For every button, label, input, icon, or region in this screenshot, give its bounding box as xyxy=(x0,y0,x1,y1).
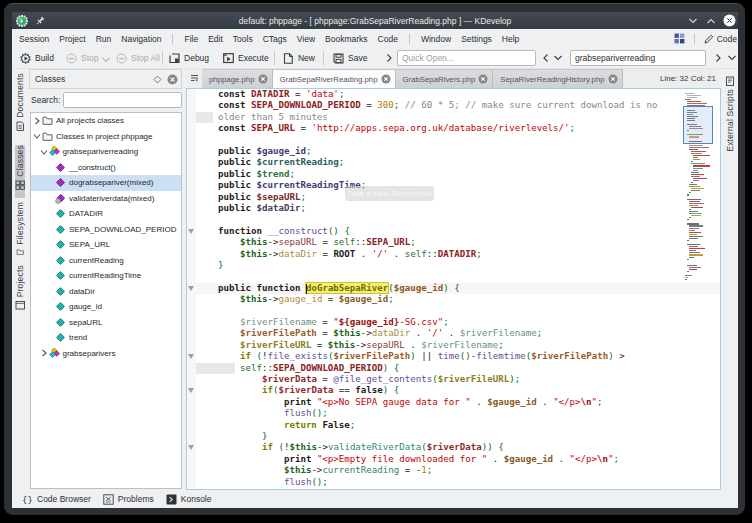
projects-icon xyxy=(15,300,25,310)
tree-item-gauge_id[interactable]: gauge_id xyxy=(31,299,181,315)
tree-item-currentreadingtime[interactable]: currentReadingTime xyxy=(31,268,181,284)
minimap-line xyxy=(687,240,689,241)
maximize-button[interactable] xyxy=(704,14,718,28)
toolview-button-konsole[interactable]: Konsole xyxy=(166,494,212,505)
tree-item-currentreading[interactable]: currentReading xyxy=(31,253,181,269)
menu-run[interactable]: Run xyxy=(91,34,117,44)
tooltip-text: Take a New Screenshot xyxy=(347,189,432,198)
menu-view[interactable]: View xyxy=(292,34,320,44)
menu-ctags[interactable]: CTags xyxy=(258,34,292,44)
tree-expander[interactable] xyxy=(33,117,42,125)
tab-grabsepariverreading.php[interactable]: GrabSepaRiverReading.php xyxy=(273,69,396,88)
dock-tab-projects[interactable]: Projects xyxy=(15,265,25,312)
tab-grabseparivers.php[interactable]: GrabSepaRivers.php xyxy=(396,69,494,88)
menu-code[interactable]: Code xyxy=(373,34,403,44)
fold-marker[interactable] xyxy=(188,388,194,393)
tree-item-label: trend xyxy=(69,333,87,342)
tab-separiverreadinghistory.php[interactable]: SepaRiverReadingHistory.php xyxy=(493,69,622,88)
minimap-line xyxy=(689,184,697,185)
tree-expander[interactable] xyxy=(33,132,42,140)
toolbar-chevron-right-icon[interactable] xyxy=(713,53,723,63)
tab-close-icon[interactable] xyxy=(478,74,488,84)
fold-marker[interactable] xyxy=(188,445,194,450)
execute-button[interactable]: Execute xyxy=(223,48,269,68)
menu-bookmarks[interactable]: Bookmarks xyxy=(320,34,373,44)
code-line: public $trend; xyxy=(196,169,720,180)
float-icon[interactable] xyxy=(153,75,162,84)
titlebar[interactable]: default: phppage - [ phppage:GrabSepaRiv… xyxy=(12,12,738,29)
area-switcher-icon[interactable] xyxy=(674,33,685,44)
build-button[interactable]: Build xyxy=(20,48,54,68)
stop-all-button[interactable]: Stop All xyxy=(116,48,160,68)
menu-help[interactable]: Help xyxy=(497,34,524,44)
tree-item-classes-in-project-phppage[interactable]: Classes in project phppage xyxy=(31,129,181,145)
chevron-down-icon xyxy=(727,53,737,63)
dock-tab-documents[interactable]: Documents xyxy=(15,73,25,131)
fold-marker[interactable] xyxy=(188,229,194,234)
menu-session[interactable]: Session xyxy=(14,34,54,44)
tree-item-trend[interactable]: trend xyxy=(31,330,181,346)
stop-button[interactable]: Stop xyxy=(66,48,111,68)
tree-item-sepa_download_period[interactable]: SEPA_DOWNLOAD_PERIOD xyxy=(31,222,181,238)
search-input[interactable]: grabsepariverreading xyxy=(570,50,706,66)
minimap-scrollbar[interactable] xyxy=(684,89,720,489)
search-row: Search: xyxy=(28,89,186,111)
tabbar: phppage.phpGrabSepaRiverReading.phpGrabS… xyxy=(186,69,721,88)
toolbar-chevron-down-icon[interactable] xyxy=(553,53,563,63)
tab-close-icon[interactable] xyxy=(258,74,268,84)
toolbar-chevron-right-icon[interactable] xyxy=(384,53,394,63)
tree-expander[interactable] xyxy=(40,148,49,156)
chevron-right-icon xyxy=(713,53,723,63)
class-search-input[interactable] xyxy=(63,92,182,108)
tree-item-datadir[interactable]: dataDir xyxy=(31,284,181,300)
menu-tools[interactable]: Tools xyxy=(228,34,258,44)
editor[interactable]: const DATADIR = 'data'; const SEPA_DOWNL… xyxy=(186,88,721,490)
code-area[interactable]: const DATADIR = 'data'; const SEPA_DOWNL… xyxy=(196,89,720,489)
tree-item-all-projects-classes[interactable]: All projects classes xyxy=(31,113,181,129)
minimize-button[interactable] xyxy=(686,14,700,28)
minimap-line xyxy=(689,234,697,235)
menu-settings[interactable]: Settings xyxy=(456,34,497,44)
dock-tab-external-scripts[interactable]: External Scripts xyxy=(725,73,735,152)
document-list-button[interactable] xyxy=(186,69,202,88)
quick-open-input[interactable]: Quick Open... xyxy=(397,50,536,66)
fold-marker[interactable] xyxy=(188,354,194,359)
menu-edit[interactable]: Edit xyxy=(203,34,228,44)
toolview-button-problems[interactable]: Problems xyxy=(103,494,154,505)
save-button[interactable]: Save xyxy=(333,48,367,68)
menu-file[interactable]: File xyxy=(179,34,203,44)
tree-item-label: grabsepariverreading xyxy=(63,147,139,156)
tab-close-icon[interactable] xyxy=(608,74,618,84)
new-button[interactable]: New xyxy=(283,48,315,68)
toolview-button-code-browser[interactable]: {}Code Browser xyxy=(22,494,91,505)
tab-close-icon[interactable] xyxy=(381,74,391,84)
menu-project[interactable]: Project xyxy=(54,34,90,44)
close-icon[interactable] xyxy=(167,74,178,85)
tree-item-grabseparivers[interactable]: grabseparivers xyxy=(31,346,181,362)
tree-item-sepa_url[interactable]: SEPA_URL xyxy=(31,237,181,253)
close-button[interactable] xyxy=(722,14,736,28)
tree-item-validateriverdata-mixed-[interactable]: validateriverdata(mixed) xyxy=(31,191,181,207)
minimap-line xyxy=(689,211,698,212)
toolbar-chevron-down-icon[interactable] xyxy=(727,53,737,63)
minimap-viewport[interactable] xyxy=(683,106,713,144)
tree-item-__construct-[interactable]: __construct() xyxy=(31,160,181,176)
dock-tab-filesystem[interactable]: Filesystem xyxy=(15,202,25,255)
debug-button[interactable]: Debug xyxy=(169,48,209,68)
method-private-icon xyxy=(55,193,66,204)
tab-phppage.php[interactable]: phppage.php xyxy=(202,69,273,88)
minimap-line xyxy=(689,257,694,258)
tree-item-datadir[interactable]: DATADIR xyxy=(31,206,181,222)
tree-item-grabsepariverreading[interactable]: grabsepariverreading xyxy=(31,144,181,160)
toolbar-chevron-left-icon[interactable] xyxy=(541,53,551,63)
toolbar-separator xyxy=(323,51,324,65)
area-label[interactable]: Code xyxy=(717,34,738,44)
tree-expander[interactable] xyxy=(40,349,49,357)
fold-marker[interactable] xyxy=(188,286,194,291)
menu-window[interactable]: Window xyxy=(416,34,456,44)
tree-item-dograbsepariver-mixed-[interactable]: dograbsepariver(mixed) xyxy=(31,175,181,191)
tree-item-sepaurl[interactable]: sepaURL xyxy=(31,315,181,331)
code-line: $this->currentReading = -1; xyxy=(196,465,720,476)
menu-navigation[interactable]: Navigation xyxy=(116,34,166,44)
dock-tab-classes[interactable]: Classes xyxy=(15,145,25,198)
